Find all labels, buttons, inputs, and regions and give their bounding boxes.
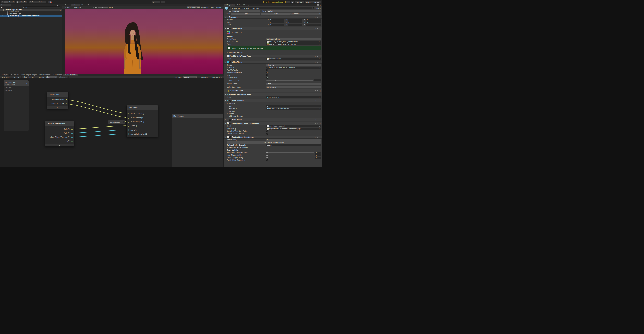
layout-dropdown[interactable]: Layout▾ <box>314 0 322 3</box>
rotate-tool-icon[interactable]: ↻ <box>8 0 12 3</box>
component-header-core-mesh-source[interactable]: ▼#✓Depthkit Core Mesh Source ?≣⋮ <box>224 136 322 139</box>
probes-foldout[interactable]: ▶Probes <box>224 112 322 115</box>
additional-settings-foldout[interactable]: ▶Additional Settings <box>224 115 322 117</box>
tab-console[interactable]: ≣Console <box>10 74 20 76</box>
lock-icon[interactable] <box>57 4 58 5</box>
enabled-checkbox[interactable]: ✓ <box>230 123 231 124</box>
enabled-checkbox[interactable]: ✓ <box>230 100 231 102</box>
rotation-y-field[interactable]: 0 <box>288 21 302 23</box>
audio-output-dropdown[interactable]: Audio Source▾ <box>266 86 321 88</box>
help-icon[interactable]: ? <box>315 16 316 18</box>
render-mode-dropdown[interactable]: API Only▾ <box>266 83 321 85</box>
check-out-button[interactable]: Check Out <box>58 76 68 78</box>
edge-smoothing-checkbox[interactable] <box>266 159 268 161</box>
sheer-triangle-field[interactable]: 0 <box>315 157 321 159</box>
enabled-checkbox[interactable]: ✓ <box>229 119 231 121</box>
tab-inspector[interactable]: ⓘInspector <box>224 4 236 6</box>
node-depthkit-vertex[interactable]: DepthkitVertex Object Position(3) Object… <box>47 91 68 109</box>
play-on-awake-checkbox[interactable]: ✓ <box>266 69 268 71</box>
show-in-project-button[interactable]: Show In Project <box>22 76 36 78</box>
rotation-x-field[interactable]: 0 <box>270 21 284 23</box>
position-y-field[interactable]: 0 <box>288 19 302 21</box>
object-picker-icon[interactable]: ⊙ <box>319 108 320 109</box>
preview-packages-button[interactable]: Preview Packages in Use▾ <box>264 0 286 3</box>
output-port[interactable] <box>66 99 67 100</box>
playback-speed-slider[interactable] <box>266 80 313 80</box>
rect-tool-icon[interactable]: ◻ <box>16 0 19 3</box>
save-asset-button[interactable]: Save Asset <box>0 76 11 78</box>
fold-closed-icon[interactable]: ▶ <box>5 13 6 14</box>
tangent-space-selector[interactable]: Object Space <box>108 120 125 124</box>
precision-dropdown[interactable]: Float▾ <box>46 76 56 78</box>
input-port[interactable] <box>128 113 130 114</box>
slider-handle[interactable] <box>266 157 268 158</box>
mesh-density-dropdown[interactable]: Low▾ <box>266 139 321 141</box>
prefab-overrides-dropdown[interactable]: Overrides▾ <box>291 13 321 15</box>
component-header-depthkit-unity-video-player[interactable]: ▼#Depthkit Unity Video Player ?≣⋮ <box>224 54 322 57</box>
blackboard-section-keywords[interactable]: Keywords <box>4 89 28 92</box>
camera-frustums-checkbox[interactable] <box>266 133 268 135</box>
advanced-settings-foldout[interactable]: ▶Advanced Settings <box>224 51 322 54</box>
move-tool-icon[interactable]: ✚ <box>4 0 8 3</box>
input-port[interactable] <box>128 125 130 127</box>
prefab-open-button[interactable]: Open <box>231 13 260 15</box>
node-collapse-chevron[interactable]: ∨ <box>45 144 74 146</box>
debug-icon[interactable]: ∷ <box>286 0 290 3</box>
aspect-dropdown[interactable]: Free Aspect▾ <box>73 6 92 8</box>
static-dropdown-icon[interactable]: ▾ <box>320 7 321 9</box>
kebab-icon[interactable]: ⋮ <box>221 4 223 6</box>
object-picker-icon[interactable]: ⊙ <box>319 67 320 68</box>
kebab-icon[interactable]: ⋮ <box>60 4 61 6</box>
orientation-toggle[interactable]: ◍Global <box>38 0 46 3</box>
long-triangle-field[interactable]: 0 <box>315 154 321 156</box>
component-header-depthkit-clip[interactable]: ▼#✓Depthkit Clip ?≣⋮ <box>224 27 322 30</box>
eye-icon[interactable]: ◉ <box>0 15 2 16</box>
active-checkbox[interactable]: ✓ <box>228 7 230 9</box>
component-header-audio-source[interactable]: ▶◀)✓Audio Source ?≣⋮ <box>224 89 322 92</box>
transform-tool-icon[interactable]: ⊕ <box>19 0 23 3</box>
mute-audio-button[interactable]: Mute Audio <box>200 6 210 8</box>
hierarchy-item-directional-light[interactable]: ▶ ◻Directional Light <box>0 13 62 15</box>
main-preview-window[interactable]: Main Preview <box>172 114 224 167</box>
enabled-checkbox[interactable]: ✓ <box>230 136 231 138</box>
layer-dropdown[interactable]: Default▾ <box>267 10 321 12</box>
sheer-triangle-slider[interactable] <box>266 158 314 158</box>
pick-icon[interactable]: ☛ <box>2 15 4 16</box>
node-unlit-master[interactable]: Unlit Master Vertex Position(3) Vertex N… <box>126 105 158 137</box>
input-port[interactable] <box>128 117 130 119</box>
kebab-icon[interactable]: ⋮ <box>60 9 61 11</box>
color-mode-dropdown[interactable]: <None>▾ <box>183 76 197 78</box>
output-port[interactable] <box>71 132 73 134</box>
scene-row[interactable]: ▼ ◇ ShaderGraph_Demo* ⋮ <box>0 9 62 11</box>
lighting-foldout[interactable]: ▶Lighting <box>224 110 322 112</box>
per-view-debug-checkbox[interactable] <box>266 130 268 132</box>
materials-foldout[interactable]: ▼Materials <box>224 102 322 105</box>
tab-game[interactable]: ◉Game <box>71 4 80 6</box>
position-z-field[interactable]: 0 <box>306 19 321 21</box>
long-triangle-slider[interactable] <box>266 155 314 155</box>
wait-first-frame-checkbox[interactable]: ✓ <box>266 72 268 73</box>
prefab-select-button[interactable]: Select <box>261 13 290 15</box>
tab-paint-shader[interactable]: ◨Paint shader <box>38 74 52 76</box>
scale-x-field[interactable]: 1 <box>270 24 284 26</box>
depthkit-clip-object-field[interactable]: #Depthkit Clip + Core Shader Graph Look … <box>266 128 321 130</box>
tab-hierarchy[interactable]: ≡Hierarchy <box>0 4 11 6</box>
input-port[interactable] <box>128 133 130 135</box>
gameobject-name-field[interactable]: Depthkit Clip + Core Shader Graph Look <box>231 7 312 9</box>
output-port[interactable] <box>71 128 73 130</box>
playback-speed-field[interactable]: 1 <box>314 79 321 81</box>
enabled-checkbox[interactable]: ✓ <box>230 61 231 63</box>
component-header-video-player[interactable]: ▼▸✓Video Player ?≣⋮ <box>224 61 322 64</box>
materials-size-field[interactable]: 1 <box>266 105 321 107</box>
search-input[interactable]: All <box>22 6 60 8</box>
video-player-dropdown[interactable]: Unity Video Player▾ <box>266 38 321 40</box>
stats-button[interactable]: Stats <box>210 6 215 8</box>
node-collapse-chevron[interactable]: ∨ <box>47 106 68 109</box>
edge-noise-slider[interactable] <box>266 152 314 153</box>
cloud-icon[interactable]: ☁ <box>291 0 294 3</box>
video-clip-object-field[interactable]: CINEMA_SAMPLE_TAKE_CPP-Video⊙ <box>266 66 321 68</box>
output-port[interactable] <box>71 136 73 138</box>
blackboard-toggle[interactable]: Blackboard <box>198 76 210 78</box>
scale-slider[interactable] <box>98 7 108 7</box>
maximize-on-play-button[interactable]: Maximize On Play <box>186 6 200 8</box>
